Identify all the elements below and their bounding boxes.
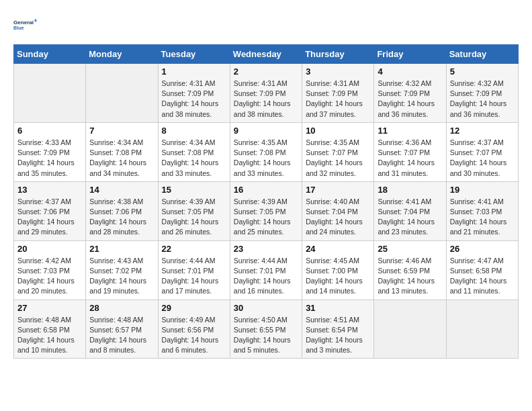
calendar-cell: 10Sunrise: 4:35 AM Sunset: 7:07 PM Dayli… [302,122,374,181]
day-info: Sunrise: 4:48 AM Sunset: 6:58 PM Dayligh… [17,315,82,356]
day-info: Sunrise: 4:51 AM Sunset: 6:54 PM Dayligh… [306,315,370,356]
calendar-cell: 13Sunrise: 4:37 AM Sunset: 7:06 PM Dayli… [14,181,86,240]
day-number: 28 [89,303,154,313]
calendar-cell: 31Sunrise: 4:51 AM Sunset: 6:54 PM Dayli… [302,300,374,359]
calendar-cell [446,300,518,359]
day-number: 29 [162,303,226,313]
day-number: 31 [306,303,370,313]
day-number: 14 [89,185,154,195]
day-number: 3 [306,66,370,77]
day-number: 19 [450,185,515,195]
day-info: Sunrise: 4:44 AM Sunset: 7:01 PM Dayligh… [234,256,298,297]
day-info: Sunrise: 4:48 AM Sunset: 6:57 PM Dayligh… [89,315,154,356]
day-info: Sunrise: 4:35 AM Sunset: 7:07 PM Dayligh… [306,138,370,179]
calendar-cell: 21Sunrise: 4:43 AM Sunset: 7:02 PM Dayli… [86,240,158,300]
weekday-header-saturday: Saturday [446,45,518,64]
day-number: 26 [450,244,515,254]
day-number: 6 [17,126,82,136]
calendar-cell: 7Sunrise: 4:34 AM Sunset: 7:08 PM Daylig… [86,122,158,181]
weekday-header-thursday: Thursday [302,45,374,64]
day-info: Sunrise: 4:31 AM Sunset: 7:09 PM Dayligh… [234,79,298,120]
day-info: Sunrise: 4:34 AM Sunset: 7:08 PM Dayligh… [89,138,154,179]
calendar-week-5: 27Sunrise: 4:48 AM Sunset: 6:58 PM Dayli… [14,300,519,359]
weekday-header-sunday: Sunday [14,45,86,64]
calendar-cell: 16Sunrise: 4:39 AM Sunset: 7:05 PM Dayli… [230,181,302,240]
calendar-cell: 18Sunrise: 4:41 AM Sunset: 7:04 PM Dayli… [374,181,446,240]
logo: General Blue [13,13,40,38]
calendar-cell: 26Sunrise: 4:47 AM Sunset: 6:58 PM Dayli… [446,240,518,300]
day-info: Sunrise: 4:35 AM Sunset: 7:08 PM Dayligh… [234,138,298,179]
weekday-header-tuesday: Tuesday [158,45,230,64]
calendar-cell: 23Sunrise: 4:44 AM Sunset: 7:01 PM Dayli… [230,240,302,300]
day-info: Sunrise: 4:33 AM Sunset: 7:09 PM Dayligh… [17,138,82,179]
day-info: Sunrise: 4:45 AM Sunset: 7:00 PM Dayligh… [306,256,370,297]
day-number: 9 [234,126,298,136]
day-number: 1 [162,66,226,77]
day-info: Sunrise: 4:37 AM Sunset: 7:06 PM Dayligh… [17,197,82,238]
calendar-cell: 11Sunrise: 4:36 AM Sunset: 7:07 PM Dayli… [374,122,446,181]
day-number: 24 [306,244,370,254]
day-number: 17 [306,185,370,195]
day-info: Sunrise: 4:41 AM Sunset: 7:03 PM Dayligh… [450,197,515,238]
day-number: 12 [450,126,515,136]
calendar-cell: 1Sunrise: 4:31 AM Sunset: 7:09 PM Daylig… [158,64,230,123]
calendar-cell: 20Sunrise: 4:42 AM Sunset: 7:03 PM Dayli… [14,240,86,300]
day-number: 11 [378,126,442,136]
day-number: 21 [89,244,154,254]
day-number: 7 [89,126,154,136]
day-info: Sunrise: 4:40 AM Sunset: 7:04 PM Dayligh… [306,197,370,238]
day-info: Sunrise: 4:32 AM Sunset: 7:09 PM Dayligh… [450,79,515,120]
logo-icon: General Blue [13,13,38,38]
day-number: 22 [162,244,226,254]
day-info: Sunrise: 4:46 AM Sunset: 6:59 PM Dayligh… [378,256,442,297]
calendar-cell: 3Sunrise: 4:31 AM Sunset: 7:09 PM Daylig… [302,64,374,123]
day-number: 27 [17,303,82,313]
calendar-week-2: 6Sunrise: 4:33 AM Sunset: 7:09 PM Daylig… [14,122,519,181]
svg-text:General: General [13,19,34,26]
calendar-cell: 9Sunrise: 4:35 AM Sunset: 7:08 PM Daylig… [230,122,302,181]
calendar-cell: 15Sunrise: 4:39 AM Sunset: 7:05 PM Dayli… [158,181,230,240]
calendar-cell: 27Sunrise: 4:48 AM Sunset: 6:58 PM Dayli… [14,300,86,359]
svg-text:Blue: Blue [13,25,24,31]
day-number: 16 [234,185,298,195]
day-info: Sunrise: 4:34 AM Sunset: 7:08 PM Dayligh… [162,138,226,179]
day-info: Sunrise: 4:31 AM Sunset: 7:09 PM Dayligh… [306,79,370,120]
calendar-week-4: 20Sunrise: 4:42 AM Sunset: 7:03 PM Dayli… [14,240,519,300]
day-info: Sunrise: 4:43 AM Sunset: 7:02 PM Dayligh… [89,256,154,297]
calendar-week-1: 1Sunrise: 4:31 AM Sunset: 7:09 PM Daylig… [14,64,519,123]
day-number: 25 [378,244,442,254]
day-info: Sunrise: 4:47 AM Sunset: 6:58 PM Dayligh… [450,256,515,297]
day-number: 13 [17,185,82,195]
calendar-cell: 24Sunrise: 4:45 AM Sunset: 7:00 PM Dayli… [302,240,374,300]
calendar-cell: 2Sunrise: 4:31 AM Sunset: 7:09 PM Daylig… [230,64,302,123]
day-number: 5 [450,66,515,77]
page-header: General Blue [13,13,519,38]
calendar-cell: 8Sunrise: 4:34 AM Sunset: 7:08 PM Daylig… [158,122,230,181]
day-info: Sunrise: 4:49 AM Sunset: 6:56 PM Dayligh… [162,315,226,356]
calendar-table: SundayMondayTuesdayWednesdayThursdayFrid… [13,44,519,359]
day-info: Sunrise: 4:38 AM Sunset: 7:06 PM Dayligh… [89,197,154,238]
calendar-cell [374,300,446,359]
day-info: Sunrise: 4:44 AM Sunset: 7:01 PM Dayligh… [162,256,226,297]
calendar-cell: 29Sunrise: 4:49 AM Sunset: 6:56 PM Dayli… [158,300,230,359]
calendar-cell [86,64,158,123]
calendar-week-3: 13Sunrise: 4:37 AM Sunset: 7:06 PM Dayli… [14,181,519,240]
day-number: 30 [234,303,298,313]
day-number: 10 [306,126,370,136]
calendar-cell: 19Sunrise: 4:41 AM Sunset: 7:03 PM Dayli… [446,181,518,240]
calendar-cell: 5Sunrise: 4:32 AM Sunset: 7:09 PM Daylig… [446,64,518,123]
day-info: Sunrise: 4:36 AM Sunset: 7:07 PM Dayligh… [378,138,442,179]
day-number: 18 [378,185,442,195]
day-number: 2 [234,66,298,77]
svg-marker-2 [34,19,37,22]
day-number: 15 [162,185,226,195]
calendar-cell: 14Sunrise: 4:38 AM Sunset: 7:06 PM Dayli… [86,181,158,240]
weekday-header-row: SundayMondayTuesdayWednesdayThursdayFrid… [14,45,519,64]
day-info: Sunrise: 4:31 AM Sunset: 7:09 PM Dayligh… [162,79,226,120]
calendar-cell: 12Sunrise: 4:37 AM Sunset: 7:07 PM Dayli… [446,122,518,181]
day-number: 20 [17,244,82,254]
weekday-header-monday: Monday [86,45,158,64]
calendar-cell: 17Sunrise: 4:40 AM Sunset: 7:04 PM Dayli… [302,181,374,240]
weekday-header-wednesday: Wednesday [230,45,302,64]
weekday-header-friday: Friday [374,45,446,64]
